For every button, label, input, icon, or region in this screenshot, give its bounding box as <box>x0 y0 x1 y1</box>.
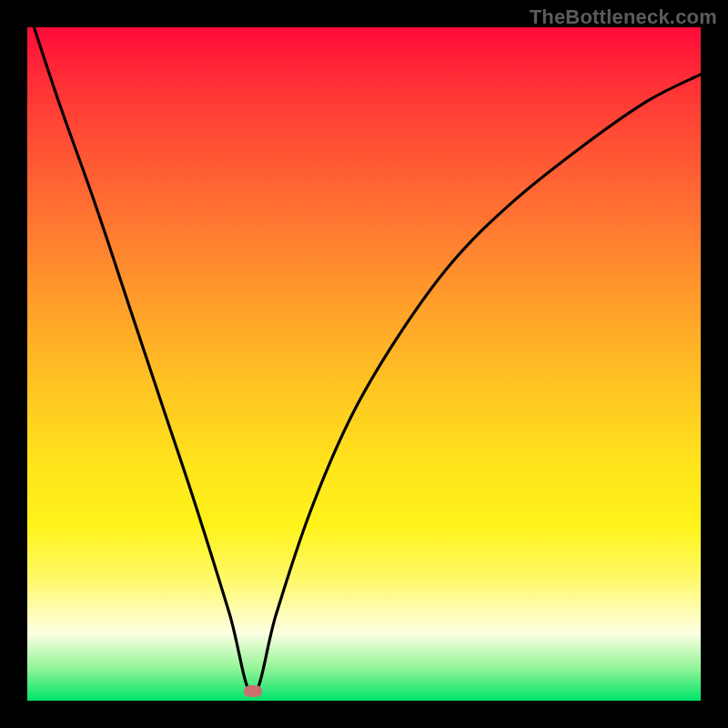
chart-frame: TheBottleneck.com <box>0 0 728 728</box>
bottleneck-curve <box>27 27 701 701</box>
watermark-label: TheBottleneck.com <box>530 5 717 29</box>
minimum-marker <box>244 685 262 697</box>
